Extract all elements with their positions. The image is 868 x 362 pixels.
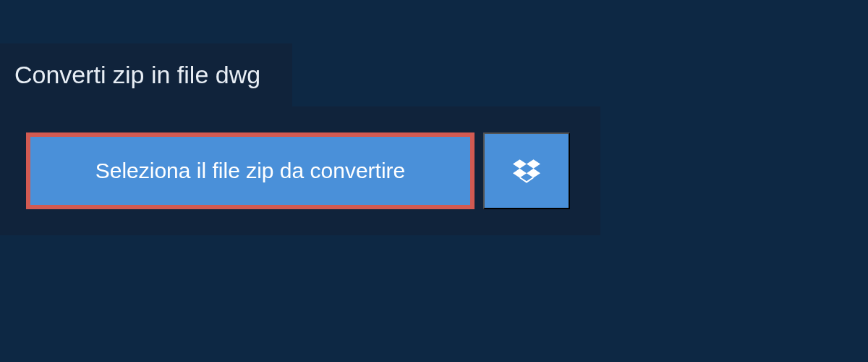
select-file-label: Seleziona il file zip da convertire bbox=[95, 159, 406, 182]
select-file-button[interactable]: Seleziona il file zip da convertire bbox=[26, 132, 475, 209]
dropbox-icon bbox=[513, 157, 540, 185]
page-title: Converti zip in file dwg bbox=[14, 61, 260, 89]
page-title-bar: Converti zip in file dwg bbox=[0, 43, 292, 106]
upload-panel: Seleziona il file zip da convertire bbox=[0, 106, 600, 235]
button-row: Seleziona il file zip da convertire bbox=[26, 132, 574, 209]
dropbox-button[interactable] bbox=[483, 132, 570, 209]
